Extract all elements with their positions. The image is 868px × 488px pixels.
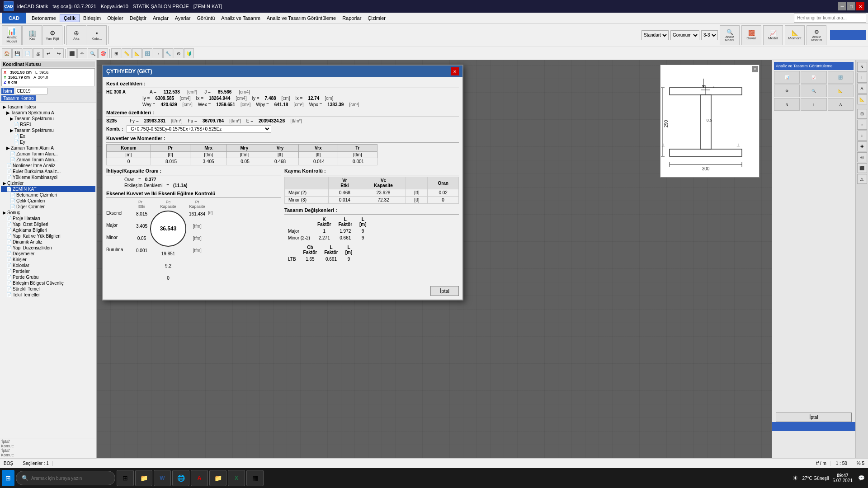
tree-item-aciklama[interactable]: 📄Açıklama Bilgileri	[1, 227, 95, 233]
menu-degistir[interactable]: Değiştir	[127, 14, 149, 22]
komb-select[interactable]: G+0.75Q-0.525Ey-0.1575Ex+0.75S+0.525Ez	[127, 125, 271, 133]
taskbar-app-chrome[interactable]: 🌐	[172, 470, 189, 486]
analiz-btn-8[interactable]: I	[801, 98, 826, 111]
view-select[interactable]: Standart	[642, 30, 669, 40]
tool-btn-10[interactable]: 📏	[122, 48, 132, 58]
tree-item-spektrum2[interactable]: ▶Tasarım Spektrumu	[1, 127, 95, 133]
tree-item-tekil[interactable]: 📄Tekil Temeller	[1, 292, 95, 298]
taskbar-app-excel[interactable]: X	[228, 470, 245, 486]
rpanel-btn-9[interactable]: ◎	[857, 152, 867, 162]
tool-btn-7[interactable]: 🔍	[88, 48, 98, 58]
taskbar-app-folder[interactable]: 📁	[209, 470, 226, 486]
tool-btn-2[interactable]: 💾	[12, 48, 22, 58]
iptal-button[interactable]: İptal	[430, 286, 459, 296]
taskbar-app-1[interactable]: ⊞	[117, 470, 134, 486]
tree-item-kirisler[interactable]: 📄Kirişler	[1, 257, 95, 263]
rpanel-btn-7[interactable]: ↕	[857, 131, 867, 141]
rpanel-btn-10[interactable]: ⬛	[857, 163, 867, 173]
dialog-close-btn[interactable]: ✕	[451, 67, 459, 75]
tool-btn-5[interactable]: ⬛	[67, 48, 77, 58]
tree-item-proje[interactable]: 📄Proje Hataları	[1, 216, 95, 221]
rpanel-btn-5[interactable]: ⊞	[857, 109, 867, 119]
tree-item-perdeler[interactable]: 📄Perdeler	[1, 268, 95, 274]
tree-item-zaman-a[interactable]: ▶Zaman Tanım Alanı A	[1, 145, 95, 151]
rpanel-btn-3[interactable]: A	[857, 84, 867, 94]
toolbar-btn-moment[interactable]: 📐 Moment	[785, 25, 805, 45]
toolbar-btn-kat[interactable]: 🏢 Kat	[22, 25, 42, 45]
toolbar-btn-kolo[interactable]: ▪ Kolo...	[87, 25, 107, 45]
tree-item-yukleme[interactable]: 📄Yükleme Kombinasyol	[1, 174, 95, 180]
maximize-btn[interactable]: □	[847, 2, 855, 10]
minimize-btn[interactable]: ─	[838, 2, 846, 10]
rpanel-btn-8[interactable]: ✚	[857, 141, 867, 151]
tool-btn-11[interactable]: 📐	[132, 48, 142, 58]
tool-btn-9[interactable]: ⊞	[111, 48, 121, 58]
tool-btn-1[interactable]: 🏠	[2, 48, 12, 58]
tree-item-surekli[interactable]: 📄Sürekli Temel	[1, 286, 95, 292]
tool-btn-undo[interactable]: ↩	[43, 48, 53, 58]
tree-item-nonlineer[interactable]: 📄Nonlineer İtme Analiz	[1, 163, 95, 169]
toolbar-btn-duvar[interactable]: 🧱 Duvar	[741, 25, 761, 45]
menu-raporlar[interactable]: Raporlar	[340, 14, 364, 22]
command-search[interactable]	[794, 14, 866, 23]
menu-cizimler[interactable]: Çizimler	[365, 14, 388, 22]
tool-btn-16[interactable]: 🔰	[184, 48, 194, 58]
analiz-btn-3[interactable]: 🔢	[828, 71, 854, 84]
analiz-btn-6[interactable]: 📐	[828, 84, 854, 97]
iptal-panel-btn[interactable]: İptal	[776, 413, 852, 422]
tree-item-tasarim[interactable]: ▶Tasarım listesi	[1, 104, 95, 110]
tree-item-celik[interactable]: 📄Çelik Çizimleri	[1, 198, 95, 204]
rpanel-btn-6[interactable]: ↔	[857, 120, 867, 130]
tool-btn-15[interactable]: ⊙	[174, 48, 184, 58]
tree-item-betonarme[interactable]: 📄Betonarme Çizimleri	[1, 192, 95, 198]
tree-item-zaman3[interactable]: 📄Zaman Tanım Alan...	[1, 157, 95, 163]
taskbar-search-box[interactable]: 🔍	[16, 471, 115, 485]
isim-input[interactable]	[16, 88, 47, 94]
toolbar-btn-1[interactable]: 📊 Analiz Modeli	[2, 25, 22, 45]
tree-item-dinamik[interactable]: 📄Dinamik Analiz	[1, 239, 95, 245]
menu-objeler[interactable]: Objeler	[104, 14, 126, 22]
analiz-btn-2[interactable]: 📈	[801, 71, 826, 84]
menu-celik[interactable]: Çelik	[60, 14, 80, 22]
tree-item-euler[interactable]: 📄Euler Burkulma Analiz...	[1, 169, 95, 174]
tree-item-zemin[interactable]: 📄ZEMİN KAT	[1, 186, 95, 192]
analiz-btn-5[interactable]: 🔍	[801, 84, 826, 97]
tool-btn-4[interactable]: 🖨	[33, 48, 43, 58]
menu-analiz-gorunum[interactable]: Analiz ve Tasarım Görüntüleme	[264, 14, 339, 22]
rpanel-btn-11[interactable]: △	[857, 174, 867, 184]
tree-item-ex[interactable]: 📄Ex	[1, 133, 95, 139]
tree-item-birlesim[interactable]: 📄Birleşim Bölgesi Güvenliç	[1, 280, 95, 286]
tool-btn-8[interactable]: 🎯	[98, 48, 108, 58]
tree-item-spektrum[interactable]: ▶Tasarım Spektrumu	[1, 116, 95, 122]
taskbar-notification[interactable]: 💬	[856, 473, 866, 483]
analiz-btn-4[interactable]: ⚙	[774, 84, 800, 97]
close-btn[interactable]: ✕	[856, 2, 864, 10]
taskbar-app-word[interactable]: W	[154, 470, 171, 486]
tree-item-diger[interactable]: 📄Diğer Çizimler	[1, 204, 95, 210]
menu-birlesim[interactable]: Birleşim	[80, 14, 104, 22]
menu-betonarme[interactable]: Betonarme	[29, 14, 59, 22]
taskbar-app-grid[interactable]: ▦	[246, 470, 264, 486]
menu-analiz[interactable]: Analiz ve Tasarım	[218, 14, 263, 22]
tree-item-perdegrubu[interactable]: 📄Perde Grubu	[1, 274, 95, 280]
menu-goruntu[interactable]: Görüntü	[194, 14, 218, 22]
tree-item-duzensiz[interactable]: 📄Yapı Düzensizlikleri	[1, 245, 95, 251]
analiz-btn-7[interactable]: N	[774, 98, 800, 111]
tool-btn-12[interactable]: 🔢	[142, 48, 152, 58]
tree-item-sonuc[interactable]: ▶Sonuç	[1, 210, 95, 216]
tool-btn-3[interactable]: 📄	[23, 48, 33, 58]
taskbar-app-2[interactable]: 📁	[135, 470, 152, 486]
toolbar-btn-aks[interactable]: ⊕ Aks	[66, 25, 86, 45]
rpanel-btn-2[interactable]: I	[857, 73, 867, 83]
taskbar-app-acad[interactable]: A	[191, 470, 208, 486]
tool-btn-13[interactable]: →	[153, 48, 163, 58]
tree-item-zaman2[interactable]: 📄Zaman Tanım Alan...	[1, 151, 95, 157]
menu-ayarlar[interactable]: Ayarlar	[172, 14, 193, 22]
toolbar-btn-analiz2[interactable]: 🔍 AnalizModeli	[720, 25, 740, 45]
tree-item-yapi[interactable]: 📄Yapı Özet Bilgileri	[1, 221, 95, 227]
tree-item-rsf1[interactable]: 📄RSF1	[1, 122, 95, 127]
tree-item-dosemeler[interactable]: 📄Döşemeler	[1, 251, 95, 257]
tool-btn-6[interactable]: ✏	[77, 48, 87, 58]
toolbar-btn-analiz-tasarim[interactable]: ⚙ AnalizTasarım	[807, 25, 826, 45]
taskbar-search[interactable]	[31, 476, 104, 481]
